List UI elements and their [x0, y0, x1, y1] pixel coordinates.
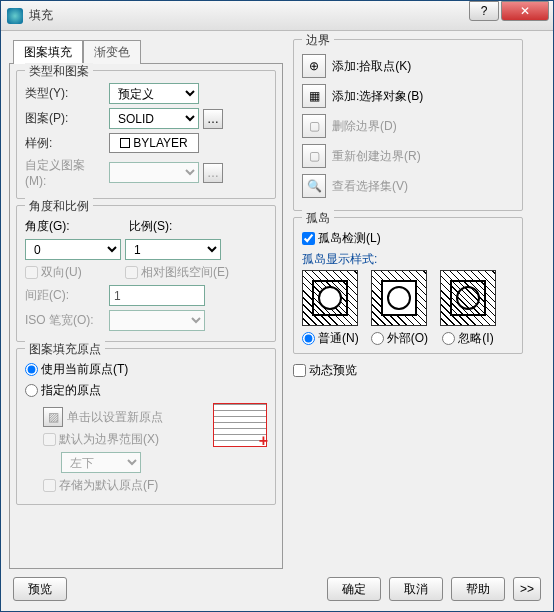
dynamic-preview-label[interactable]: 动态预览: [293, 362, 357, 379]
island-ignore-radio-label[interactable]: 忽略(I): [442, 330, 493, 347]
island-display-label: 孤岛显示样式:: [302, 251, 514, 268]
store-default-label: 存储为默认原点(F): [43, 477, 158, 494]
ok-button[interactable]: 确定: [327, 577, 381, 601]
help-button[interactable]: 帮助: [451, 577, 505, 601]
pattern-label: 图案(P):: [25, 110, 105, 127]
store-default-checkbox: [43, 479, 56, 492]
titlebar: 填充 ? ✕: [1, 1, 553, 31]
recreate-boundary-label: 重新创建边界(R): [332, 148, 421, 165]
island-detect-label[interactable]: 孤岛检测(L): [302, 230, 381, 247]
scale-label: 比例(S):: [129, 218, 229, 235]
paperspace-checkbox: [125, 266, 138, 279]
spacing-input: [109, 285, 205, 306]
use-current-radio-label[interactable]: 使用当前原点(T): [25, 361, 128, 378]
left-panel: 类型和图案 类型(Y): 预定义 图案(P): SOLID … 样例: BYLA…: [9, 63, 283, 569]
click-new-label: 单击以设置新原点: [67, 409, 163, 426]
close-button[interactable]: ✕: [501, 1, 549, 21]
select-objects-label[interactable]: 添加:选择对象(B): [332, 88, 423, 105]
tab-strip: 图案填充 渐变色: [13, 39, 283, 63]
island-ignore-radio[interactable]: [442, 332, 455, 345]
footer: 预览 确定 取消 帮助 >>: [1, 577, 553, 601]
origin-preview: [213, 403, 267, 447]
right-column: 边界 ⊕添加:拾取点(K) ▦添加:选择对象(B) ▢删除边界(D) ▢重新创建…: [283, 39, 523, 553]
default-bounds-checkbox: [43, 433, 56, 446]
expand-button[interactable]: >>: [513, 577, 541, 601]
dialog-window: 填充 ? ✕ 图案填充 渐变色 类型和图案 类型(Y): 预定义: [0, 0, 554, 612]
group-title: 孤岛: [302, 210, 334, 227]
default-bounds-label: 默认为边界范围(X): [43, 431, 159, 448]
paperspace-checkbox-label: 相对图纸空间(E): [125, 264, 229, 281]
group-origin: 图案填充原点 使用当前原点(T) 指定的原点 ▨单击以设置新原点 默认为边界范围…: [16, 348, 276, 505]
island-normal-radio-label[interactable]: 普通(N): [302, 330, 359, 347]
view-selection-icon: 🔍: [302, 174, 326, 198]
select-objects-icon[interactable]: ▦: [302, 84, 326, 108]
remove-boundary-icon: ▢: [302, 114, 326, 138]
pick-points-icon[interactable]: ⊕: [302, 54, 326, 78]
type-label: 类型(Y):: [25, 85, 105, 102]
double-checkbox: [25, 266, 38, 279]
isowidth-label: ISO 笔宽(O):: [25, 312, 105, 329]
island-normal-radio[interactable]: [302, 332, 315, 345]
group-title: 角度和比例: [25, 198, 93, 215]
custom-pattern-select: [109, 162, 199, 183]
custom-pattern-label: 自定义图案(M):: [25, 157, 105, 188]
app-icon: [7, 8, 23, 24]
sample-label: 样例:: [25, 135, 105, 152]
pattern-browse-button[interactable]: …: [203, 109, 223, 129]
help-button[interactable]: ?: [469, 1, 499, 21]
island-detect-checkbox[interactable]: [302, 232, 315, 245]
scale-select[interactable]: 1: [125, 239, 221, 260]
group-title: 边界: [302, 32, 334, 49]
group-angle-scale: 角度和比例 角度(G): 比例(S): 0 1 双向(U) 相对图纸空间(E): [16, 205, 276, 342]
island-ignore-preview[interactable]: [440, 270, 496, 326]
view-selection-label: 查看选择集(V): [332, 178, 408, 195]
cancel-button[interactable]: 取消: [389, 577, 443, 601]
double-checkbox-label: 双向(U): [25, 264, 121, 281]
group-type-pattern: 类型和图案 类型(Y): 预定义 图案(P): SOLID … 样例: BYLA…: [16, 70, 276, 199]
pick-origin-icon: ▨: [43, 407, 63, 427]
custom-pattern-browse: …: [203, 163, 223, 183]
island-outer-preview[interactable]: [371, 270, 427, 326]
pattern-select[interactable]: SOLID: [109, 108, 199, 129]
tab-hatch[interactable]: 图案填充: [13, 40, 83, 64]
left-column: 图案填充 渐变色 类型和图案 类型(Y): 预定义 图案(P): SOLID …: [9, 39, 283, 553]
sample-swatch[interactable]: BYLAYER: [109, 133, 199, 153]
tab-gradient[interactable]: 渐变色: [83, 40, 141, 64]
angle-label: 角度(G):: [25, 218, 125, 235]
specify-radio[interactable]: [25, 384, 38, 397]
group-boundary: 边界 ⊕添加:拾取点(K) ▦添加:选择对象(B) ▢删除边界(D) ▢重新创建…: [293, 39, 523, 211]
dynamic-preview-checkbox[interactable]: [293, 364, 306, 377]
sample-value: BYLAYER: [133, 136, 187, 150]
use-current-radio[interactable]: [25, 363, 38, 376]
pick-points-label[interactable]: 添加:拾取点(K): [332, 58, 411, 75]
island-outer-radio-label[interactable]: 外部(O): [371, 330, 428, 347]
island-samples: 普通(N) 外部(O) 忽略(I): [302, 270, 514, 347]
specify-radio-label[interactable]: 指定的原点: [25, 382, 101, 399]
spacing-label: 间距(C):: [25, 287, 105, 304]
type-select[interactable]: 预定义: [109, 83, 199, 104]
group-title: 图案填充原点: [25, 341, 105, 358]
angle-select[interactable]: 0: [25, 239, 121, 260]
recreate-boundary-icon: ▢: [302, 144, 326, 168]
island-normal-preview[interactable]: [302, 270, 358, 326]
group-title: 类型和图案: [25, 63, 93, 80]
island-outer-radio[interactable]: [371, 332, 384, 345]
corner-select: 左下: [61, 452, 141, 473]
remove-boundary-label: 删除边界(D): [332, 118, 397, 135]
group-islands: 孤岛 孤岛检测(L) 孤岛显示样式: 普通(N) 外部(O) 忽略(I): [293, 217, 523, 354]
isowidth-select: [109, 310, 205, 331]
preview-button[interactable]: 预览: [13, 577, 67, 601]
